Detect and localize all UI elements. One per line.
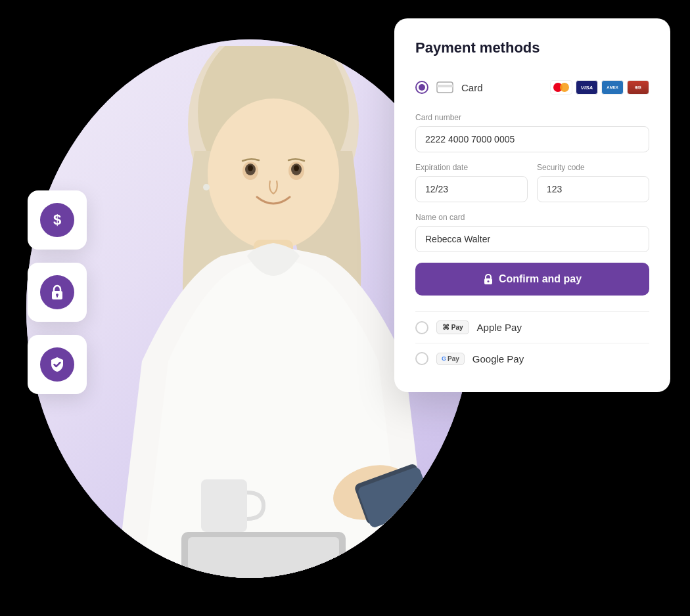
card-number-group: Card number (415, 113, 649, 152)
shield-check-icon (49, 356, 65, 373)
svg-point-14 (203, 184, 210, 190)
apple-pay-radio[interactable] (415, 321, 428, 334)
security-code-group: Security code (537, 163, 649, 202)
amex-logo: AMEX (601, 80, 624, 95)
alt-payment-methods: ⌘ Pay Apple Pay GPay Google Pay (415, 311, 649, 374)
shield-circle (40, 347, 74, 382)
name-on-card-label: Name on card (415, 213, 649, 222)
dollar-circle: $ (40, 203, 74, 237)
google-pay-logo: GPay (436, 353, 465, 365)
shield-icon-card (28, 335, 87, 394)
expiry-security-row: Expiration date Security code (415, 163, 649, 213)
card-radio-button[interactable] (415, 81, 428, 94)
name-group: Name on card (415, 213, 649, 252)
dollar-icon: $ (53, 211, 61, 229)
svg-rect-16 (188, 537, 339, 578)
card-number-input[interactable] (415, 126, 649, 152)
dollar-icon-card: $ (28, 190, 87, 250)
confirm-pay-button[interactable]: Confirm and pay (415, 263, 649, 296)
lock-icon (50, 284, 64, 300)
google-pay-radio[interactable] (415, 352, 428, 365)
card-option-label: Card (461, 82, 483, 93)
name-on-card-input[interactable] (415, 226, 649, 252)
unionpay-logo: 银联 (627, 80, 649, 95)
card-icon (436, 81, 453, 93)
card-payment-option[interactable]: Card VISA AMEX 银联 (415, 72, 649, 102)
confirm-pay-label: Confirm and pay (499, 273, 582, 285)
mastercard-logo (550, 80, 572, 95)
panel-title: Payment methods (415, 39, 649, 56)
google-pay-label: Google Pay (472, 353, 524, 364)
card-number-label: Card number (415, 113, 649, 122)
security-code-input[interactable] (537, 176, 649, 202)
visa-logo: VISA (576, 80, 598, 95)
lock-circle (40, 275, 74, 309)
svg-point-23 (487, 280, 489, 282)
security-code-label: Security code (537, 163, 649, 172)
svg-point-13 (294, 165, 299, 171)
google-pay-option[interactable]: GPay Google Pay (415, 343, 649, 374)
icon-cards-container: $ (28, 190, 87, 394)
apple-pay-option[interactable]: ⌘ Pay Apple Pay (415, 311, 649, 343)
expiration-label: Expiration date (415, 163, 528, 172)
card-form: Card number Expiration date Security cod… (415, 102, 649, 306)
expiration-input[interactable] (415, 176, 528, 202)
expiration-group: Expiration date (415, 163, 528, 202)
lock-button-icon (483, 273, 494, 285)
svg-rect-7 (201, 479, 247, 532)
lock-icon-card (28, 263, 87, 322)
svg-rect-21 (437, 85, 453, 87)
svg-point-12 (248, 165, 253, 171)
card-logos: VISA AMEX 银联 (550, 80, 649, 95)
svg-point-2 (208, 99, 339, 250)
apple-pay-label: Apple Pay (477, 322, 522, 333)
apple-pay-logo: ⌘ Pay (436, 320, 469, 334)
svg-rect-19 (57, 295, 58, 297)
payment-panel: Payment methods Card VISA AMEX 银联 Card n… (394, 18, 670, 392)
